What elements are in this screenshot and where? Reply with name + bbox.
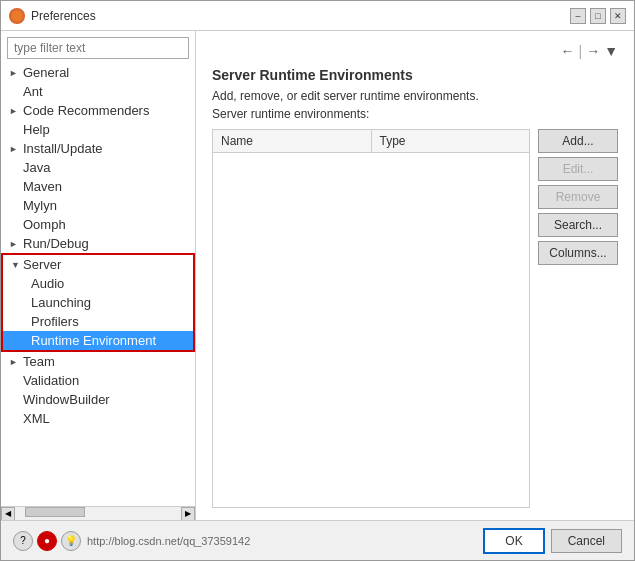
remove-button[interactable]: Remove bbox=[538, 185, 618, 209]
expand-arrow: ► bbox=[9, 239, 19, 249]
edit-button[interactable]: Edit... bbox=[538, 157, 618, 181]
table-header: Name Type bbox=[213, 130, 529, 153]
sidebar-item-server[interactable]: ▼ Server bbox=[3, 255, 193, 274]
expand-arrow: ► bbox=[9, 106, 19, 116]
sidebar-item-profilers[interactable]: Profilers bbox=[3, 312, 193, 331]
sidebar-item-label: General bbox=[23, 65, 69, 80]
add-button[interactable]: Add... bbox=[538, 129, 618, 153]
expand-arrow bbox=[9, 414, 19, 424]
back-button[interactable]: ← bbox=[561, 43, 575, 59]
sidebar-item-oomph[interactable]: Oomph bbox=[1, 215, 195, 234]
expand-arrow bbox=[9, 201, 19, 211]
window-title: Preferences bbox=[31, 9, 564, 23]
expand-arrow bbox=[9, 163, 19, 173]
search-button[interactable]: Search... bbox=[538, 213, 618, 237]
sidebar-group-server: ▼ Server Audio Launching Profilers bbox=[1, 253, 195, 352]
sidebar-item-xml[interactable]: XML bbox=[1, 409, 195, 428]
sidebar-item-label: Profilers bbox=[31, 314, 79, 329]
sidebar-item-label: Validation bbox=[23, 373, 79, 388]
sidebar-item-mylyn[interactable]: Mylyn bbox=[1, 196, 195, 215]
sidebar-item-label: Audio bbox=[31, 276, 64, 291]
sidebar-item-label: Java bbox=[23, 160, 50, 175]
expand-arrow bbox=[9, 395, 19, 405]
collapse-arrow: ▼ bbox=[11, 260, 21, 270]
sidebar-item-team[interactable]: ► Team bbox=[1, 352, 195, 371]
tree: ► General Ant ► Code Recommenders Help bbox=[1, 63, 195, 506]
footer-url: http://blog.csdn.net/qq_37359142 bbox=[87, 535, 250, 547]
footer-left: ? ● 💡 http://blog.csdn.net/qq_37359142 bbox=[13, 531, 250, 551]
horizontal-scrollbar[interactable]: ◀ ▶ bbox=[1, 506, 195, 520]
expand-arrow: ► bbox=[9, 357, 19, 367]
expand-arrow bbox=[9, 220, 19, 230]
titlebar: Preferences – □ ✕ bbox=[1, 1, 634, 31]
expand-arrow: ► bbox=[9, 68, 19, 78]
sidebar: ► General Ant ► Code Recommenders Help bbox=[1, 31, 196, 520]
sidebar-item-label: Runtime Environment bbox=[31, 333, 156, 348]
stop-icon[interactable]: ● bbox=[37, 531, 57, 551]
sidebar-item-validation[interactable]: Validation bbox=[1, 371, 195, 390]
table-col-name: Name bbox=[213, 130, 372, 152]
sidebar-item-label: Run/Debug bbox=[23, 236, 89, 251]
expand-arrow bbox=[9, 125, 19, 135]
content-area: ← | → ▼ Server Runtime Environments Add,… bbox=[196, 31, 634, 520]
sidebar-item-run-debug[interactable]: ► Run/Debug bbox=[1, 234, 195, 253]
expand-arrow bbox=[9, 182, 19, 192]
server-children: Audio Launching Profilers Runtime Enviro… bbox=[3, 274, 193, 350]
table-area: Name Type Add... Edit... Remove Search..… bbox=[212, 129, 618, 508]
sidebar-item-launching[interactable]: Launching bbox=[3, 293, 193, 312]
search-input[interactable] bbox=[7, 37, 189, 59]
close-button[interactable]: ✕ bbox=[610, 8, 626, 24]
footer: ? ● 💡 http://blog.csdn.net/qq_37359142 O… bbox=[1, 520, 634, 560]
sidebar-item-label: WindowBuilder bbox=[23, 392, 110, 407]
sidebar-item-label: Maven bbox=[23, 179, 62, 194]
preferences-window: Preferences – □ ✕ ► General Ant bbox=[0, 0, 635, 561]
runtime-environments-table: Name Type bbox=[212, 129, 530, 508]
sidebar-item-label: Launching bbox=[31, 295, 91, 310]
expand-arrow bbox=[9, 376, 19, 386]
main-content: ► General Ant ► Code Recommenders Help bbox=[1, 31, 634, 520]
minimize-button[interactable]: – bbox=[570, 8, 586, 24]
table-col-type: Type bbox=[372, 130, 530, 152]
sidebar-item-general[interactable]: ► General bbox=[1, 63, 195, 82]
help-icon[interactable]: ? bbox=[13, 531, 33, 551]
sidebar-item-label: Ant bbox=[23, 84, 43, 99]
sidebar-item-label: Help bbox=[23, 122, 50, 137]
app-icon bbox=[9, 8, 25, 24]
sidebar-item-label: Team bbox=[23, 354, 55, 369]
scroll-thumb[interactable] bbox=[25, 507, 85, 517]
columns-button[interactable]: Columns... bbox=[538, 241, 618, 265]
sidebar-item-ant[interactable]: Ant bbox=[1, 82, 195, 101]
sidebar-item-label: Oomph bbox=[23, 217, 66, 232]
sidebar-item-code-recommenders[interactable]: ► Code Recommenders bbox=[1, 101, 195, 120]
content-sub-label: Server runtime environments: bbox=[212, 107, 618, 121]
expand-arrow bbox=[9, 87, 19, 97]
scroll-left-button[interactable]: ◀ bbox=[1, 507, 15, 521]
sidebar-item-label: Install/Update bbox=[23, 141, 103, 156]
sidebar-item-label: Code Recommenders bbox=[23, 103, 149, 118]
search-box bbox=[7, 37, 189, 59]
sidebar-item-install-update[interactable]: ► Install/Update bbox=[1, 139, 195, 158]
sidebar-item-label: Mylyn bbox=[23, 198, 57, 213]
button-panel: Add... Edit... Remove Search... Columns.… bbox=[538, 129, 618, 508]
sidebar-item-java[interactable]: Java bbox=[1, 158, 195, 177]
sidebar-item-maven[interactable]: Maven bbox=[1, 177, 195, 196]
sidebar-item-windowbuilder[interactable]: WindowBuilder bbox=[1, 390, 195, 409]
sidebar-item-help[interactable]: Help bbox=[1, 120, 195, 139]
scroll-right-button[interactable]: ▶ bbox=[181, 507, 195, 521]
sidebar-item-label: Server bbox=[23, 257, 61, 272]
table-body bbox=[213, 153, 529, 502]
content-description: Add, remove, or edit server runtime envi… bbox=[212, 89, 618, 103]
footer-icons: ? ● 💡 bbox=[13, 531, 81, 551]
sidebar-item-runtime-environment[interactable]: Runtime Environment bbox=[3, 331, 193, 350]
lightbulb-icon[interactable]: 💡 bbox=[61, 531, 81, 551]
sidebar-item-audio[interactable]: Audio bbox=[3, 274, 193, 293]
cancel-button[interactable]: Cancel bbox=[551, 529, 622, 553]
content-title: Server Runtime Environments bbox=[212, 67, 618, 83]
maximize-button[interactable]: □ bbox=[590, 8, 606, 24]
window-controls: – □ ✕ bbox=[570, 8, 626, 24]
ok-button[interactable]: OK bbox=[483, 528, 544, 554]
forward-button[interactable]: → bbox=[586, 43, 600, 59]
footer-right: OK Cancel bbox=[483, 528, 622, 554]
sidebar-item-label: XML bbox=[23, 411, 50, 426]
toolbar-dropdown-button[interactable]: ▼ bbox=[604, 43, 618, 59]
